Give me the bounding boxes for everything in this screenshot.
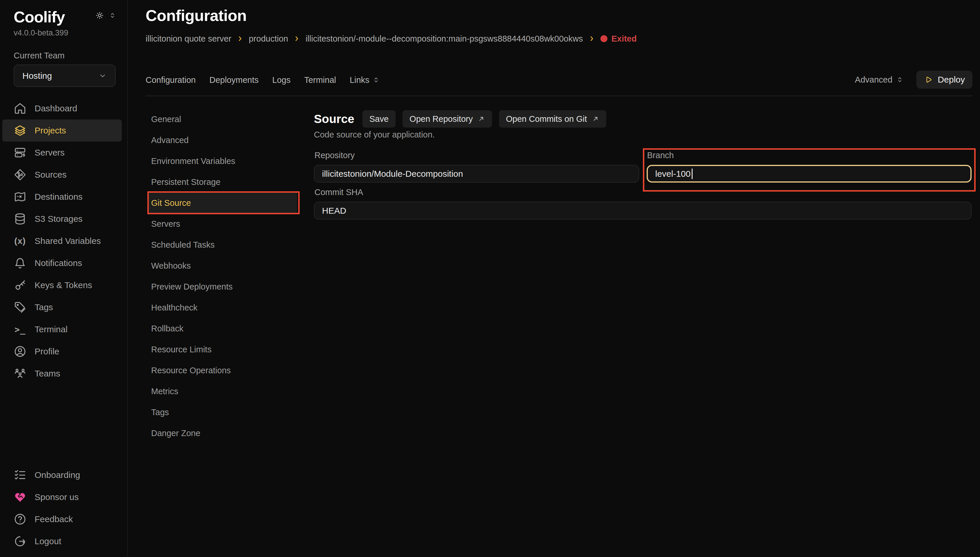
subnav-item-environment-variables[interactable]: Environment Variables <box>148 151 297 171</box>
deploy-button[interactable]: Deploy <box>917 71 972 89</box>
breadcrumb-environment[interactable]: production <box>249 34 288 44</box>
sidebar-item-logout[interactable]: Logout <box>2 530 122 552</box>
logout-icon <box>14 535 26 548</box>
repository-field-group: Repository illicitestonion/Module-Decomp… <box>314 147 639 182</box>
sidebar-item-feedback[interactable]: Feedback <box>2 508 122 530</box>
theme-switcher[interactable] <box>95 11 116 20</box>
tab-label: Deployments <box>210 75 258 85</box>
repository-input[interactable]: illicitestonion/Module-Decomposition <box>314 165 639 182</box>
unfold-icon <box>896 76 904 83</box>
sidebar-item-profile[interactable]: Profile <box>2 340 122 363</box>
deploy-label: Deploy <box>938 75 965 85</box>
sidebar-item-dashboard[interactable]: Dashboard <box>2 98 122 119</box>
chevron-right-icon <box>236 35 244 42</box>
checklist-icon <box>14 469 26 481</box>
variable-icon: (x) <box>14 236 26 246</box>
sidebar-item-label: Onboarding <box>34 470 80 480</box>
sidebar-item-destinations[interactable]: Destinations <box>2 186 122 208</box>
tab-terminal[interactable]: Terminal <box>304 75 336 85</box>
subnav-item-preview-deployments[interactable]: Preview Deployments <box>148 276 297 297</box>
sidebar-item-terminal[interactable]: >_ Terminal <box>2 318 122 340</box>
subnav-item-resource-limits[interactable]: Resource Limits <box>148 339 297 360</box>
chevron-right-icon <box>588 35 595 42</box>
app-logo[interactable]: Coolify <box>14 8 65 26</box>
tab-configuration[interactable]: Configuration <box>146 75 196 85</box>
key-icon <box>14 279 26 292</box>
subnav-item-tags[interactable]: Tags <box>148 402 297 423</box>
breadcrumb-resource[interactable]: illicitestonion/-module--decomposition:m… <box>306 34 583 44</box>
branch-value: level-100 <box>655 169 691 179</box>
sidebar-item-shared-variables[interactable]: (x) Shared Variables <box>2 230 122 252</box>
chevron-right-icon <box>293 35 301 42</box>
open-repository-button[interactable]: Open Repository <box>403 110 492 128</box>
user-circle-icon <box>14 345 26 358</box>
sidebar-item-label: Sponsor us <box>34 492 79 502</box>
subnav-item-rollback[interactable]: Rollback <box>148 318 297 339</box>
commit-sha-input[interactable]: HEAD <box>314 202 972 220</box>
tabs-divider <box>146 96 972 96</box>
unfold-icon[interactable] <box>109 11 116 19</box>
team-select[interactable]: Hosting <box>14 65 116 87</box>
status-dot-icon <box>600 35 608 42</box>
terminal-icon: >_ <box>14 324 26 335</box>
subnav-item-webhooks[interactable]: Webhooks <box>148 255 297 276</box>
sidebar-item-label: Logout <box>34 536 61 546</box>
branch-input[interactable]: level-100 <box>647 165 972 182</box>
chevron-down-icon <box>98 72 107 80</box>
advanced-dropdown[interactable]: Advanced <box>855 75 904 85</box>
sidebar-item-sponsor-us[interactable]: Sponsor us <box>2 486 122 508</box>
tab-label: Terminal <box>304 75 336 85</box>
sidebar-item-label: Terminal <box>34 324 67 334</box>
subnav-item-persistent-storage[interactable]: Persistent Storage <box>148 171 297 192</box>
commit-sha-value: HEAD <box>322 206 346 216</box>
subnav-item-scheduled-tasks[interactable]: Scheduled Tasks <box>148 234 297 255</box>
status-badge: Exited <box>600 34 637 44</box>
advanced-label: Advanced <box>855 75 892 85</box>
tag-icon <box>14 301 26 314</box>
repository-value: illicitestonion/Module-Decomposition <box>322 169 463 179</box>
subnav-item-git-source[interactable]: Git Source <box>148 192 297 213</box>
database-icon <box>14 212 26 225</box>
sidebar-item-tags[interactable]: Tags <box>2 296 122 318</box>
subnav-item-healthcheck[interactable]: Healthcheck <box>148 297 297 318</box>
sidebar-item-keys-tokens[interactable]: Keys & Tokens <box>2 274 122 296</box>
save-button[interactable]: Save <box>362 110 395 128</box>
sidebar-item-servers[interactable]: Servers <box>2 142 122 164</box>
commit-sha-label: Commit SHA <box>314 187 972 197</box>
breadcrumb: illicitonion quote server production ill… <box>146 33 637 45</box>
subnav-item-servers[interactable]: Servers <box>148 213 297 234</box>
subnav-item-metrics[interactable]: Metrics <box>148 381 297 402</box>
save-label: Save <box>369 114 388 124</box>
sidebar-item-label: Notifications <box>34 258 82 268</box>
sidebar-item-label: S3 Storages <box>34 214 83 224</box>
subnav-item-general[interactable]: General <box>148 109 297 130</box>
open-commits-label: Open Commits on Git <box>506 114 587 124</box>
sidebar-item-s3-storages[interactable]: S3 Storages <box>2 208 122 230</box>
external-link-icon <box>478 115 485 123</box>
team-select-value: Hosting <box>23 71 52 81</box>
sidebar-item-onboarding[interactable]: Onboarding <box>2 464 122 486</box>
tab-logs[interactable]: Logs <box>272 75 291 85</box>
status-label: Exited <box>611 34 637 44</box>
sidebar-item-teams[interactable]: Teams <box>2 363 122 384</box>
tab-links[interactable]: Links <box>349 75 380 85</box>
tab-deployments[interactable]: Deployments <box>210 75 258 85</box>
open-repository-label: Open Repository <box>410 114 473 124</box>
source-title: Source <box>314 112 354 126</box>
repository-label: Repository <box>314 151 639 160</box>
sun-icon[interactable] <box>95 11 104 20</box>
subnav-item-resource-operations[interactable]: Resource Operations <box>148 360 297 381</box>
tab-label: Configuration <box>146 75 196 85</box>
subnav-item-advanced[interactable]: Advanced <box>148 130 297 151</box>
current-team-label: Current Team <box>0 51 127 60</box>
sidebar-item-label: Keys & Tokens <box>34 280 92 290</box>
open-commits-button[interactable]: Open Commits on Git <box>499 110 606 128</box>
unfold-icon <box>372 76 380 84</box>
sidebar-item-sources[interactable]: Sources <box>2 164 122 186</box>
sidebar-item-notifications[interactable]: Notifications <box>2 252 122 274</box>
subnav-item-danger-zone[interactable]: Danger Zone <box>148 423 297 444</box>
sidebar-item-projects[interactable]: Projects <box>2 119 122 142</box>
play-icon <box>924 75 933 84</box>
text-cursor <box>692 169 692 179</box>
breadcrumb-project[interactable]: illicitonion quote server <box>146 34 231 44</box>
